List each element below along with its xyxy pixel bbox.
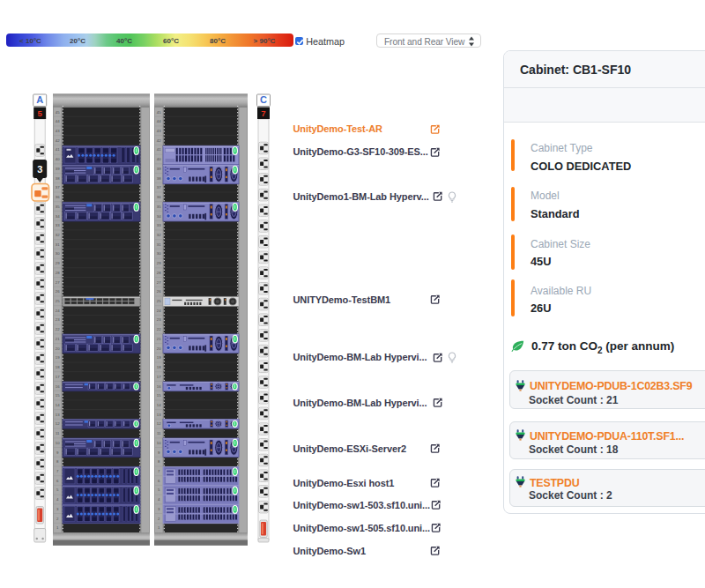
svg-text:37: 37 (56, 185, 60, 190)
svg-text:13: 13 (157, 413, 161, 417)
svg-text:20: 20 (56, 346, 60, 351)
svg-text:42: 42 (56, 138, 60, 143)
svg-text:27: 27 (157, 280, 161, 285)
svg-text:23: 23 (56, 317, 60, 322)
svg-text:18: 18 (157, 365, 161, 369)
svg-text:35: 35 (56, 205, 60, 209)
svg-text:43: 43 (56, 129, 60, 133)
svg-text:40: 40 (56, 157, 60, 161)
svg-text:12: 12 (157, 421, 161, 426)
svg-text:38: 38 (56, 176, 60, 181)
svg-text:38: 38 (157, 176, 161, 181)
svg-text:12: 12 (56, 421, 60, 426)
svg-text:C: C (260, 94, 267, 105)
svg-text:40: 40 (157, 157, 161, 161)
svg-text:16: 16 (157, 384, 161, 389)
svg-text:24: 24 (56, 309, 60, 313)
svg-text:26: 26 (157, 289, 161, 294)
svg-text:17: 17 (56, 375, 60, 379)
svg-text:22: 22 (157, 327, 161, 331)
svg-text:23: 23 (157, 317, 161, 322)
svg-text:34: 34 (56, 214, 60, 219)
svg-text:21: 21 (56, 337, 60, 341)
svg-text:7: 7 (261, 108, 265, 118)
svg-text:45: 45 (56, 110, 60, 115)
svg-text:3: 3 (37, 164, 42, 175)
svg-text:A: A (36, 94, 43, 105)
svg-text:18: 18 (56, 365, 60, 369)
svg-text:25: 25 (56, 299, 60, 303)
svg-text:39: 39 (157, 167, 161, 171)
svg-text:43: 43 (157, 129, 161, 133)
svg-text:10: 10 (157, 441, 161, 445)
svg-text:29: 29 (56, 261, 60, 265)
svg-text:31: 31 (157, 242, 161, 247)
svg-text:33: 33 (157, 223, 161, 227)
svg-text:36: 36 (157, 195, 161, 199)
svg-text:17: 17 (157, 375, 161, 379)
svg-text:44: 44 (56, 119, 60, 123)
svg-text:14: 14 (56, 403, 60, 407)
svg-text:36: 36 (56, 195, 60, 199)
svg-text:32: 32 (56, 233, 60, 237)
svg-text:42: 42 (157, 138, 161, 143)
svg-text:33: 33 (56, 223, 60, 227)
svg-text:28: 28 (157, 271, 161, 275)
svg-text:14: 14 (157, 403, 161, 407)
svg-text:20: 20 (157, 346, 161, 351)
svg-text:31: 31 (56, 242, 60, 247)
svg-text:11: 11 (157, 431, 161, 435)
svg-text:10: 10 (56, 441, 60, 445)
svg-text:13: 13 (56, 413, 60, 417)
svg-text:21: 21 (157, 337, 161, 341)
svg-text:11: 11 (56, 431, 60, 435)
svg-text:30: 30 (56, 251, 60, 256)
svg-text:25: 25 (157, 299, 161, 303)
svg-text:22: 22 (56, 327, 60, 331)
svg-text:19: 19 (56, 355, 60, 360)
svg-text:15: 15 (157, 393, 161, 398)
svg-text:45: 45 (157, 110, 161, 115)
svg-text:35: 35 (157, 205, 161, 209)
svg-text:24: 24 (157, 309, 161, 313)
svg-text:27: 27 (56, 280, 60, 285)
svg-text:41: 41 (56, 147, 60, 152)
svg-text:37: 37 (157, 185, 161, 190)
svg-text:39: 39 (56, 167, 60, 171)
svg-text:32: 32 (157, 233, 161, 237)
svg-text:19: 19 (157, 355, 161, 360)
svg-text:34: 34 (157, 214, 161, 219)
svg-text:16: 16 (56, 384, 60, 389)
svg-text:15: 15 (56, 393, 60, 398)
svg-text:29: 29 (157, 261, 161, 265)
svg-text:44: 44 (157, 119, 161, 123)
svg-text:5: 5 (38, 108, 43, 118)
svg-text:28: 28 (56, 271, 60, 275)
svg-text:41: 41 (157, 147, 161, 152)
svg-text:26: 26 (56, 289, 60, 294)
svg-text:30: 30 (157, 251, 161, 256)
